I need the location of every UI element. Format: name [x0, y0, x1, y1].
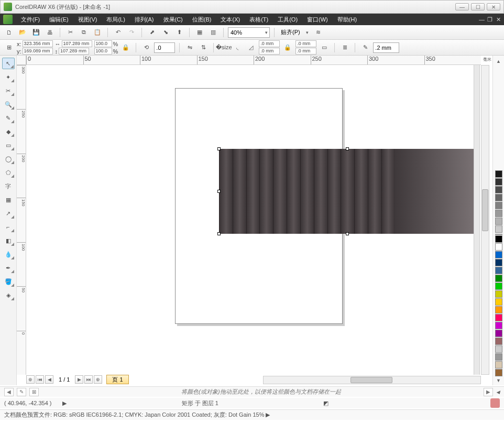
undo-button[interactable]: ↶: [112, 27, 124, 38]
corner-lock-button[interactable]: 🔒: [282, 42, 293, 53]
outline-tool[interactable]: ✒: [2, 262, 15, 274]
color-swatch[interactable]: [495, 322, 502, 329]
connector-tool[interactable]: ⌐: [2, 221, 15, 233]
mdi-restore-button[interactable]: ❐: [487, 16, 492, 23]
color-swatch[interactable]: [495, 259, 502, 266]
mdi-close-button[interactable]: ✕: [496, 16, 501, 23]
page-tab-1[interactable]: 页 1: [106, 375, 128, 384]
corner-bl-input[interactable]: .0 mm: [259, 48, 280, 55]
color-swatch[interactable]: [495, 306, 502, 313]
scale-x-input[interactable]: 100.0: [94, 40, 112, 47]
options-button[interactable]: ≋: [312, 27, 324, 38]
mdi-minimize-button[interactable]: —: [479, 16, 484, 23]
eyedropper-tool[interactable]: 💧: [2, 248, 15, 260]
relative-scale-button[interactable]: ▭: [319, 42, 330, 53]
selection-handle[interactable]: [217, 190, 221, 193]
publish-button[interactable]: ⬆: [173, 27, 185, 38]
rotation-input[interactable]: .0: [154, 42, 175, 53]
color-swatch[interactable]: [495, 361, 502, 368]
corner-tl-input[interactable]: .0 mm: [259, 40, 280, 47]
outline-width-input[interactable]: .2 mm: [373, 42, 399, 53]
menu-file[interactable]: 文件(F): [17, 15, 44, 25]
selection-handle[interactable]: [217, 147, 221, 150]
palette-scroll-up[interactable]: ▲: [496, 59, 501, 64]
app-launcher-button[interactable]: ▦: [194, 27, 205, 38]
height-input[interactable]: 107.289 mm: [59, 48, 89, 55]
color-swatch[interactable]: [495, 218, 502, 225]
open-button[interactable]: 📂: [17, 27, 28, 38]
palette-left-button[interactable]: ◀: [4, 388, 14, 396]
corner-chamfer-button[interactable]: ◿: [245, 42, 257, 53]
y-input[interactable]: 169.089 mm: [23, 48, 53, 55]
menu-bitmap[interactable]: 位图(B): [188, 15, 216, 25]
menu-table[interactable]: 表格(T): [245, 15, 272, 25]
fill-tool[interactable]: 🪣: [2, 276, 15, 287]
color-swatch[interactable]: [495, 178, 502, 186]
new-button[interactable]: 🗋: [3, 27, 15, 38]
corner-round-button[interactable]: �size: [218, 42, 229, 53]
scale-y-input[interactable]: 100.0: [94, 48, 112, 55]
wrap-text-button[interactable]: ≣: [339, 42, 350, 53]
scrollbar-thumb[interactable]: [350, 377, 392, 383]
export-button[interactable]: ⬊: [160, 27, 171, 38]
add-page-after-button[interactable]: ⊕: [94, 375, 102, 384]
menu-edit[interactable]: 编辑(E): [45, 15, 73, 25]
polygon-tool[interactable]: ⬠: [2, 167, 15, 178]
freehand-tool[interactable]: ✎: [2, 112, 15, 124]
color-swatch[interactable]: [495, 202, 502, 209]
color-swatch[interactable]: [495, 243, 502, 251]
corner-scallop-button[interactable]: ◟: [232, 42, 243, 53]
print-button[interactable]: 🖶: [44, 27, 56, 38]
crop-tool[interactable]: ✂: [2, 85, 15, 96]
interactive-tool[interactable]: ◧: [2, 235, 15, 246]
scrollbar-thumb[interactable]: [482, 189, 488, 231]
color-swatch[interactable]: [495, 225, 502, 233]
color-swatch[interactable]: [495, 186, 502, 193]
corner-br-input[interactable]: .0 mm: [295, 48, 316, 55]
menu-view[interactable]: 视图(V): [74, 15, 102, 25]
color-swatch[interactable]: [495, 298, 502, 306]
color-swatch[interactable]: [495, 275, 502, 282]
menu-arrange[interactable]: 排列(A): [130, 15, 158, 25]
mirror-v-button[interactable]: ⇅: [198, 42, 209, 53]
palette-right-button[interactable]: ▶: [484, 388, 493, 396]
prev-page-button[interactable]: ◀: [45, 375, 53, 384]
menu-window[interactable]: 窗口(W): [303, 15, 332, 25]
table-tool[interactable]: ▦: [2, 194, 15, 205]
selected-rectangle-object[interactable]: [219, 149, 476, 234]
user-avatar-icon[interactable]: [490, 398, 500, 408]
color-swatch[interactable]: [495, 353, 502, 361]
next-page-button[interactable]: ▶: [75, 375, 83, 384]
add-page-before-button[interactable]: ⊕: [26, 375, 35, 384]
mirror-h-button[interactable]: ⇋: [184, 42, 195, 53]
first-page-button[interactable]: ⏮: [36, 375, 44, 384]
selection-handle[interactable]: [346, 232, 349, 235]
color-swatch[interactable]: [495, 345, 502, 353]
color-swatch[interactable]: [495, 235, 502, 243]
color-swatch[interactable]: [495, 194, 502, 201]
color-swatch[interactable]: [495, 330, 502, 337]
ellipse-tool[interactable]: ◯: [2, 153, 15, 165]
x-input[interactable]: 323.356 mm: [23, 40, 53, 47]
palette-menu-button[interactable]: ◀: [496, 389, 500, 395]
paste-button[interactable]: 📋: [92, 27, 103, 38]
selection-handle[interactable]: [346, 147, 349, 150]
maximize-button[interactable]: ☐: [471, 3, 485, 10]
color-swatch[interactable]: [495, 170, 502, 178]
vertical-ruler[interactable]: 050100150200250300: [17, 65, 26, 375]
close-button[interactable]: ✕: [487, 3, 500, 10]
interactive-fill-tool[interactable]: ◈: [2, 289, 15, 301]
menu-layout[interactable]: 布局(L): [102, 15, 129, 25]
menu-tools[interactable]: 工具(O): [273, 15, 302, 25]
copy-button[interactable]: ⧉: [78, 27, 90, 38]
last-page-button[interactable]: ⏭: [84, 375, 93, 384]
lock-ratio-button[interactable]: 🔒: [120, 42, 132, 53]
dimension-tool[interactable]: ↗: [2, 208, 15, 219]
horizontal-scrollbar[interactable]: [263, 376, 481, 384]
palette-eyedropper-button[interactable]: ✎: [17, 388, 26, 396]
palette-scroll-down[interactable]: ▼: [496, 378, 501, 383]
palette-nocolor-button[interactable]: ⊠: [29, 388, 39, 396]
color-swatch[interactable]: [495, 210, 502, 217]
snap-dropdown[interactable]: 贴齐(P): [279, 27, 310, 38]
drawing-canvas[interactable]: [26, 65, 481, 375]
